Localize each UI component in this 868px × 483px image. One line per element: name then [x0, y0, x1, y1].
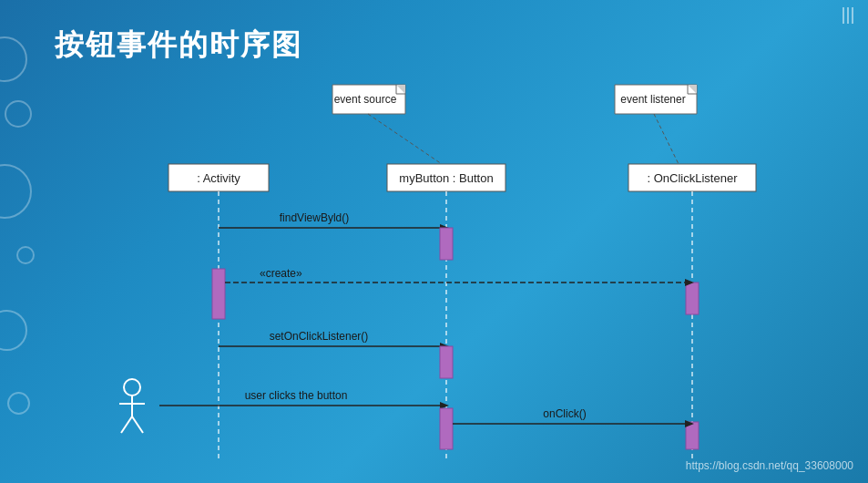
stick-figure	[119, 379, 145, 433]
watermark: https://blog.csdn.net/qq_33608000	[686, 459, 853, 472]
activation-mybutton-1	[440, 228, 453, 260]
svg-line-26	[121, 416, 132, 433]
event-listener-box: event listener	[615, 85, 697, 114]
svg-line-27	[132, 416, 143, 433]
activation-mybutton-onclick	[440, 408, 453, 449]
mybutton-lifeline-box: myButton : Button	[387, 164, 505, 191]
page-title: 按钮事件的时序图	[55, 26, 302, 66]
activation-mybutton-2	[440, 346, 453, 378]
svg-text:: OnClickListener: : OnClickListener	[648, 171, 739, 185]
user-click-label: user clicks the button	[245, 389, 348, 402]
svg-text:event listener: event listener	[620, 93, 685, 106]
create-label: «create»	[260, 267, 302, 280]
decorative-circles	[0, 0, 55, 483]
activation-activity-create	[212, 269, 225, 319]
svg-line-11	[654, 114, 679, 164]
svg-text:: Activity: : Activity	[197, 171, 240, 185]
deco-top-right	[842, 7, 853, 24]
svg-line-10	[368, 114, 442, 164]
svg-text:event source: event source	[334, 93, 397, 106]
findviewbyid-label: findViewByld()	[280, 211, 349, 224]
event-source-box: event source	[332, 85, 405, 114]
onclicklistener-lifeline-box: : OnClickListener	[628, 164, 756, 191]
svg-text:myButton : Button: myButton : Button	[399, 171, 493, 185]
sequence-diagram: event source event listener : Activity m…	[50, 77, 852, 469]
activity-lifeline-box: : Activity	[168, 164, 269, 191]
setonclicklistener-label: setOnClickListener()	[270, 330, 369, 343]
onclick-label: onClick()	[543, 407, 586, 420]
svg-point-23	[124, 379, 140, 396]
activation-onclicklistener-create	[686, 283, 699, 314]
